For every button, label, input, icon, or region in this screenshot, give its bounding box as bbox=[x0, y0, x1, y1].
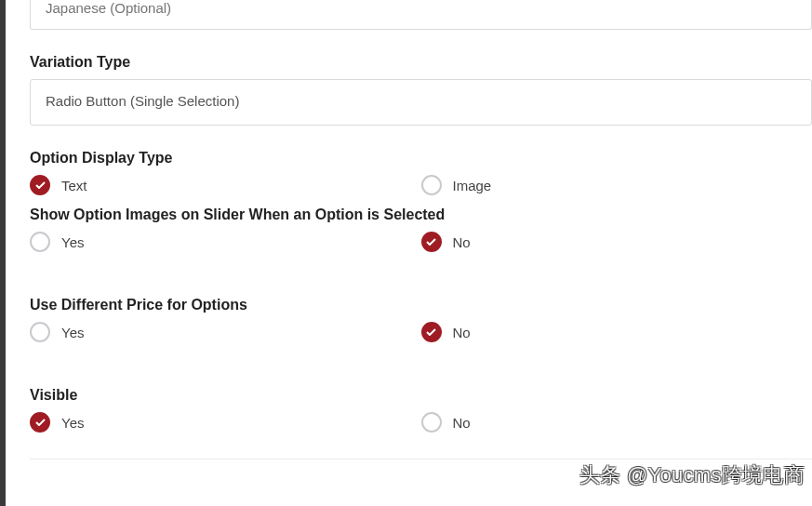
option-display-image-radio[interactable] bbox=[421, 175, 442, 195]
variation-type-group: Variation Type Radio Button (Single Sele… bbox=[30, 54, 812, 126]
variation-type-label: Variation Type bbox=[30, 54, 812, 71]
option-display-type-group: Option Display Type Text Image bbox=[30, 150, 812, 195]
japanese-input[interactable] bbox=[30, 0, 812, 30]
variation-type-select[interactable]: Radio Button (Single Selection) bbox=[30, 79, 812, 126]
form-content: Variation Type Radio Button (Single Sele… bbox=[0, 0, 812, 459]
check-icon bbox=[426, 238, 436, 246]
option-display-type-label: Option Display Type bbox=[30, 150, 812, 166]
diff-price-no-radio[interactable] bbox=[421, 322, 442, 342]
scrollbar-vertical[interactable] bbox=[0, 0, 6, 506]
show-images-yes-label: Yes bbox=[61, 234, 84, 250]
show-option-images-label: Show Option Images on Slider When an Opt… bbox=[30, 206, 812, 223]
use-different-price-group: Use Different Price for Options Yes No bbox=[30, 297, 812, 342]
show-images-yes-radio[interactable] bbox=[30, 232, 50, 252]
option-display-text-radio[interactable] bbox=[30, 175, 50, 195]
show-images-no-label: No bbox=[453, 234, 471, 250]
check-icon bbox=[35, 419, 46, 426]
visible-no-label: No bbox=[453, 415, 471, 431]
show-option-images-group: Show Option Images on Slider When an Opt… bbox=[30, 206, 812, 252]
use-different-price-label: Use Different Price for Options bbox=[30, 297, 812, 313]
show-images-no-radio[interactable] bbox=[421, 232, 442, 252]
diff-price-yes-label: Yes bbox=[61, 325, 84, 340]
diff-price-yes-radio[interactable] bbox=[30, 322, 50, 342]
divider bbox=[30, 459, 812, 459]
option-display-text-label: Text bbox=[61, 178, 87, 193]
visible-yes-radio[interactable] bbox=[30, 412, 50, 433]
visible-no-radio[interactable] bbox=[421, 412, 442, 433]
visible-label: Visible bbox=[30, 387, 812, 404]
diff-price-no-label: No bbox=[453, 325, 471, 340]
option-display-image-label: Image bbox=[453, 178, 492, 193]
check-icon bbox=[35, 181, 46, 189]
variation-type-select-wrap: Radio Button (Single Selection) bbox=[30, 79, 812, 126]
visible-yes-label: Yes bbox=[61, 415, 84, 431]
check-icon bbox=[426, 328, 436, 336]
watermark-text: 头条 @Youcms跨境电商 bbox=[579, 461, 805, 489]
visible-group: Visible Yes No bbox=[30, 387, 812, 433]
